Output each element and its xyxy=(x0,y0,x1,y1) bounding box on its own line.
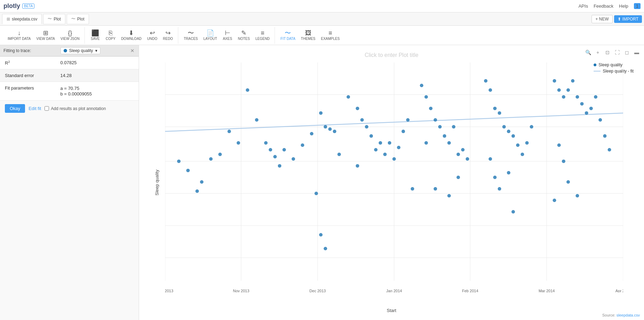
feedback-link[interactable]: Feedback xyxy=(594,3,613,9)
attr-stderr: Standard error xyxy=(0,69,56,82)
traces-button[interactable]: 〜 TRACES xyxy=(181,27,201,44)
svg-point-116 xyxy=(576,194,579,197)
svg-point-67 xyxy=(356,164,359,168)
svg-point-105 xyxy=(580,102,584,106)
svg-point-83 xyxy=(484,79,488,83)
axes-button[interactable]: ⊢ AXES xyxy=(220,27,235,44)
svg-point-82 xyxy=(424,141,428,145)
tab-plot2-label: Plot xyxy=(77,17,84,22)
fit-data-button[interactable]: 〜 FIT DATA xyxy=(278,27,298,44)
svg-point-36 xyxy=(255,118,259,122)
themes-icon: 🖼 xyxy=(305,30,311,36)
apis-link[interactable]: APIs xyxy=(578,3,588,9)
svg-point-43 xyxy=(301,143,304,147)
main-area: Fitting to trace: Sleep quality ▾ ✕ R2 0… xyxy=(0,45,644,320)
svg-point-57 xyxy=(369,134,373,138)
svg-point-71 xyxy=(434,118,437,122)
svg-point-41 xyxy=(283,148,286,152)
redo-button[interactable]: ↪ REDO xyxy=(160,27,176,44)
annotation-checkbox[interactable] xyxy=(44,106,49,111)
tab-plot1[interactable]: 〜 Plot xyxy=(43,14,65,24)
svg-point-99 xyxy=(553,79,556,83)
themes-label: THEMES xyxy=(301,37,316,41)
source-file-link[interactable]: sleepdata.csv xyxy=(617,313,640,317)
new-button-label: + NEW xyxy=(595,17,609,22)
fit-data-icon: 〜 xyxy=(285,30,291,36)
menu-icon[interactable]: ▬ xyxy=(633,49,641,56)
svg-point-70 xyxy=(429,107,432,110)
svg-point-33 xyxy=(228,130,231,133)
val-stderr: 14.28 xyxy=(56,69,139,82)
svg-point-35 xyxy=(246,88,249,92)
svg-point-76 xyxy=(457,153,460,156)
annotation-checkbox-label[interactable]: Add results as plot annotation xyxy=(44,106,106,111)
svg-point-45 xyxy=(319,111,323,115)
svg-point-101 xyxy=(562,95,565,99)
y-axis-label: Sleep quality xyxy=(154,170,160,195)
svg-point-38 xyxy=(269,148,272,152)
svg-point-75 xyxy=(452,125,455,128)
import-data-button[interactable]: ↓ IMPORT DATA xyxy=(5,27,34,44)
undo-button[interactable]: ↩ UNDO xyxy=(144,27,160,44)
tab-sleepdata[interactable]: ⊞ sleepdata.csv xyxy=(2,14,42,24)
x-axis-label: Start xyxy=(387,308,396,313)
themes-button[interactable]: 🖼 THEMES xyxy=(298,27,318,44)
svg-point-98 xyxy=(512,210,515,213)
svg-point-114 xyxy=(566,180,570,184)
svg-point-93 xyxy=(530,125,533,128)
traces-label: TRACES xyxy=(184,37,198,41)
view-json-button[interactable]: {} VIEW JSON xyxy=(58,27,82,44)
notification-badge[interactable]: 1 xyxy=(634,3,641,9)
save-label: SAVE xyxy=(91,37,100,41)
svg-point-39 xyxy=(273,155,277,158)
svg-point-79 xyxy=(457,176,460,179)
chart-area: Click to enter Plot title 🔍 + ⊡ ⛶ ◻ ▬ Sl… xyxy=(139,45,644,320)
legend-button[interactable]: ≡ LEGEND xyxy=(253,27,272,44)
beta-badge: BETA xyxy=(22,3,34,9)
save-button[interactable]: ⬛ SAVE xyxy=(88,27,103,44)
view-data-button[interactable]: ⊞ VIEW DATA xyxy=(34,27,58,44)
import-button[interactable]: ⬆ IMPORT xyxy=(614,15,642,23)
close-button[interactable]: ✕ xyxy=(130,47,135,54)
table-row-params: Fit parameters a = 70.75 b = 0.00009055 xyxy=(0,82,139,101)
svg-text:Mar 2014: Mar 2014 xyxy=(539,289,555,292)
toolbar-group-format: 〜 TRACES 📄 LAYOUT ⊢ AXES ✎ NOTES ≡ LEGEN… xyxy=(179,27,275,44)
zoom-fit-icon[interactable]: ⊡ xyxy=(604,49,611,56)
svg-point-94 xyxy=(489,157,492,161)
svg-point-78 xyxy=(466,157,469,161)
svg-point-113 xyxy=(562,160,565,163)
svg-text:Jan 2014: Jan 2014 xyxy=(386,289,402,292)
svg-point-95 xyxy=(493,176,497,179)
redo-label: REDO xyxy=(163,37,173,41)
svg-point-46 xyxy=(324,125,327,128)
collapse-icon[interactable]: ◻ xyxy=(623,49,631,56)
svg-point-73 xyxy=(443,134,446,138)
layout-icon: 📄 xyxy=(206,30,214,36)
svg-point-29 xyxy=(195,190,199,193)
svg-point-59 xyxy=(378,141,382,145)
copy-button[interactable]: ⎘ COPY xyxy=(103,27,118,44)
traces-icon: 〜 xyxy=(188,30,194,36)
redo-icon: ↪ xyxy=(165,30,171,36)
fit-panel-header: Fitting to trace: Sleep quality ▾ ✕ xyxy=(0,45,139,57)
okay-button[interactable]: Okay xyxy=(5,104,25,113)
trace-selector[interactable]: Sleep quality ▾ xyxy=(60,47,100,54)
svg-point-42 xyxy=(292,157,295,161)
download-button[interactable]: ⬇ DOWNLOAD xyxy=(118,27,144,44)
trace-color-dot xyxy=(64,49,67,52)
examples-button[interactable]: ≡ EXAMPLES xyxy=(318,27,343,44)
tab-plot2[interactable]: 〜 Plot xyxy=(67,14,89,24)
notes-button[interactable]: ✎ NOTES xyxy=(235,27,253,44)
edit-fit-button[interactable]: Edit fit xyxy=(28,106,41,111)
svg-point-80 xyxy=(447,194,451,197)
chart-title-placeholder[interactable]: Click to enter Plot title xyxy=(365,52,418,58)
view-json-label: VIEW JSON xyxy=(60,37,80,41)
fit-data-label: FIT DATA xyxy=(280,37,295,41)
add-icon[interactable]: + xyxy=(594,49,602,56)
zoom-in-icon[interactable]: 🔍 xyxy=(584,49,592,56)
layout-button[interactable]: 📄 LAYOUT xyxy=(201,27,220,44)
fullscreen-icon[interactable]: ⛶ xyxy=(613,49,621,56)
new-button[interactable]: + NEW xyxy=(592,15,612,23)
help-link[interactable]: Help xyxy=(619,3,628,9)
toolbar-group-analysis: 〜 FIT DATA 🖼 THEMES ≡ EXAMPLES xyxy=(276,27,344,44)
